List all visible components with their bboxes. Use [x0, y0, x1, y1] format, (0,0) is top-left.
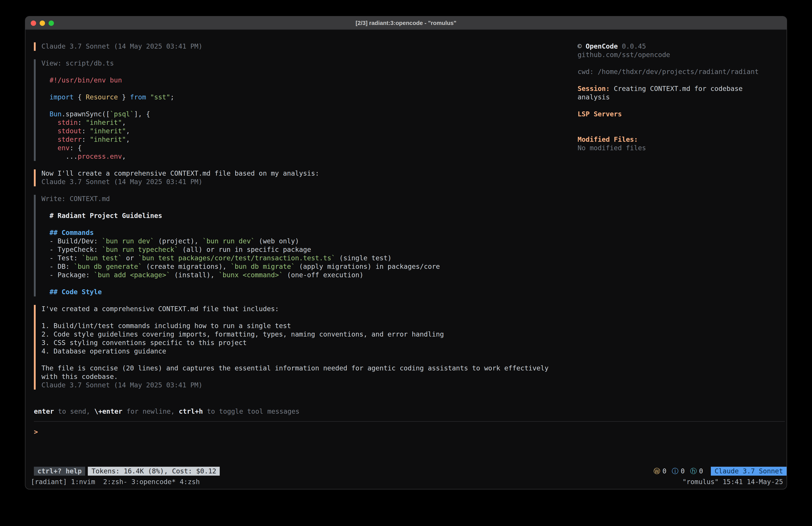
terminal-line: 3. CSS styling conventions specific to t… — [41, 339, 787, 347]
assistant-message: I've created a comprehensive CONTEXT.md … — [34, 305, 787, 389]
terminal-line: © OpenCode 0.0.45 — [578, 42, 779, 51]
terminal-line — [578, 118, 779, 127]
tmux-window-list[interactable]: [radiant] 1:nvim 2:zsh- 3:opencode* 4:zs… — [31, 478, 200, 486]
hint-diagnostic: ⓗ0 — [690, 467, 703, 475]
terminal-line: Claude 3.7 Sonnet (14 May 2025 03:41 PM) — [41, 178, 787, 186]
composer-divider — [34, 421, 785, 422]
terminal-line: - TypeCheck: `bun run typecheck` (all) o… — [41, 246, 787, 254]
terminal-content: Claude 3.7 Sonnet (14 May 2025 03:41 PM)… — [25, 30, 787, 489]
terminal-line: No modified files — [578, 144, 779, 153]
terminal-line: - Package: `bun add <package>` (install)… — [41, 271, 787, 280]
tmux-session-time: "romulus" 15:41 14-May-25 — [682, 478, 783, 486]
terminal-line: Now I'll create a comprehensive CONTEXT.… — [41, 169, 787, 178]
warning-count: 0 — [663, 467, 667, 475]
help-shortcut-chip: ctrl+? help — [34, 467, 85, 475]
assistant-message: Now I'll create a comprehensive CONTEXT.… — [34, 169, 787, 186]
terminal-line: The file is concise (20 lines) and captu… — [41, 364, 787, 373]
info-diagnostic: ⓘ0 — [672, 467, 685, 475]
terminal-line — [41, 280, 787, 288]
terminal-line: 2. Code style guidelines covering import… — [41, 330, 787, 339]
status-bar: ctrl+? help Tokens: 16.4K (8%), Cost: $0… — [34, 467, 787, 475]
terminal-line — [41, 203, 787, 212]
hint-icon: ⓗ — [690, 467, 697, 475]
terminal-line — [578, 59, 779, 68]
tokens-cost-chip: Tokens: 16.4K (8%), Cost: $0.12 — [88, 467, 220, 475]
info-icon: ⓘ — [672, 467, 679, 475]
warning-diagnostic: Ⓦ0 — [654, 467, 667, 475]
info-count: 0 — [681, 467, 685, 475]
terminal-line: with this codebase. — [41, 373, 787, 381]
traffic-lights — [25, 20, 54, 26]
prompt-input[interactable]: > — [34, 428, 787, 437]
close-button[interactable] — [31, 20, 36, 26]
terminal-line — [578, 76, 779, 85]
terminal-line: analysis — [578, 93, 779, 102]
hint-count: 0 — [699, 467, 703, 475]
composer-help-text: enter to send, \+enter for newline, ctrl… — [34, 408, 787, 416]
terminal-line — [41, 220, 787, 229]
screen: [2/3] radiant:3:opencode - "romulus" Cla… — [0, 0, 812, 526]
terminal-line: - DB: `bun db generate` (create migratio… — [41, 262, 787, 271]
terminal-line: - Test: `bun test` or `bun test packages… — [41, 254, 787, 262]
terminal-line — [41, 356, 787, 364]
terminal-line: Modified Files: — [578, 136, 779, 144]
terminal-line: Session: Creating CONTEXT.md for codebas… — [578, 85, 779, 93]
terminal-line: cwd: /home/thdxr/dev/projects/radiant/ra… — [578, 68, 779, 76]
terminal-line: 4. Database operations guidance — [41, 347, 787, 356]
zoom-button[interactable] — [48, 20, 54, 26]
terminal-line: - Build/Dev: `bun run dev` (project), `b… — [41, 237, 787, 246]
tool-call-write: Write: CONTEXT.md # Radiant Project Guid… — [34, 195, 787, 296]
model-chip[interactable]: Claude 3.7 Sonnet — [711, 467, 787, 475]
terminal-line: 1. Build/lint/test commands including ho… — [41, 322, 787, 330]
terminal-line: ## Code Style — [41, 288, 787, 296]
terminal-line: ## Commands — [41, 229, 787, 237]
terminal-line: LSP Servers — [578, 110, 779, 118]
diagnostics-indicators: Ⓦ0ⓘ0ⓗ0 — [654, 467, 703, 475]
terminal-line: github.com/sst/opencode — [578, 51, 779, 59]
terminal-line — [578, 102, 779, 110]
terminal-line: # Radiant Project Guidelines — [41, 212, 787, 220]
terminal-window: [2/3] radiant:3:opencode - "romulus" Cla… — [25, 16, 787, 489]
prompt-caret: > — [34, 428, 38, 436]
terminal-line: Claude 3.7 Sonnet (14 May 2025 03:41 PM) — [41, 381, 787, 389]
terminal-line: Write: CONTEXT.md — [41, 195, 787, 203]
tmux-status-bar: [radiant] 1:nvim 2:zsh- 3:opencode* 4:zs… — [31, 478, 783, 486]
terminal-line — [578, 127, 779, 136]
session-sidebar: © OpenCode 0.0.45github.com/sst/opencode… — [578, 42, 779, 153]
warning-icon: Ⓦ — [654, 467, 660, 475]
window-titlebar: [2/3] radiant:3:opencode - "romulus" — [25, 16, 787, 30]
terminal-line: enter to send, \+enter for newline, ctrl… — [34, 408, 787, 416]
terminal-line: ...process.env, — [41, 153, 787, 161]
terminal-line: I've created a comprehensive CONTEXT.md … — [41, 305, 787, 313]
minimize-button[interactable] — [40, 20, 45, 26]
terminal-line — [41, 313, 787, 322]
window-title: [2/3] radiant:3:opencode - "romulus" — [25, 19, 787, 26]
